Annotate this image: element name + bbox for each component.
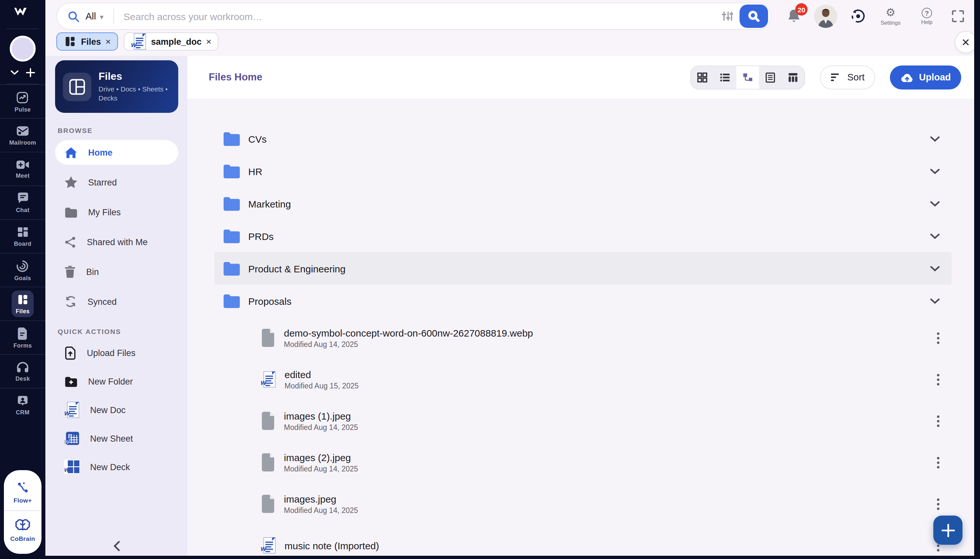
expand-chevron-icon[interactable]	[930, 201, 940, 207]
quick-action-item[interactable]: Upload Files	[55, 341, 178, 364]
folder-icon	[223, 229, 240, 243]
folder-row[interactable]: CVs	[214, 122, 952, 155]
help-label: Help	[921, 18, 933, 25]
file-row[interactable]: images (1).jpeg Modified Aug 14, 2025	[214, 400, 952, 442]
rail-item[interactable]: Files	[0, 287, 45, 320]
search-input[interactable]: Search across your workroom…	[124, 11, 721, 22]
folder-row[interactable]: Proposals	[214, 285, 952, 317]
file-row[interactable]: w edited Modified Aug 15, 2025	[214, 359, 952, 400]
folder-row[interactable]: PRDs	[214, 220, 952, 252]
rail-item[interactable]: Chat	[0, 185, 45, 219]
files-app-card[interactable]: Files Drive • Docs • Sheets • Decks	[55, 60, 178, 113]
files-sidebar: Files Drive • Docs • Sheets • Decks BROW…	[45, 56, 187, 559]
view-mode-button[interactable]	[782, 66, 805, 89]
sidebar-item[interactable]: My Files	[55, 200, 178, 224]
folder-icon	[223, 294, 240, 308]
search-scope-dropdown[interactable]: All	[86, 10, 103, 22]
files-icon	[16, 293, 29, 306]
sidebar-item[interactable]: Synced	[55, 289, 178, 314]
user-avatar[interactable]	[814, 5, 837, 28]
close-icon[interactable]	[106, 37, 111, 46]
expand-chevron-icon[interactable]	[930, 233, 940, 239]
question-icon	[922, 7, 932, 18]
files-app-icon	[63, 72, 91, 101]
sidebar-item[interactable]: Bin	[55, 260, 178, 284]
upload-button[interactable]: Upload	[890, 65, 961, 89]
expand-chevron-icon[interactable]	[930, 298, 940, 304]
file-row[interactable]: demo-symbol-concept-word-on-600nw-262708…	[214, 317, 952, 359]
rail-item[interactable]: Board	[0, 219, 45, 253]
more-options-icon[interactable]	[937, 415, 940, 427]
sort-icon	[831, 73, 841, 82]
grid-view-icon	[696, 71, 709, 83]
close-icon[interactable]	[206, 37, 211, 46]
list-view-icon	[719, 71, 731, 83]
page-title: Files Home	[209, 71, 262, 83]
generic-file-icon	[261, 453, 276, 471]
rail-item[interactable]: CRM	[0, 388, 45, 422]
expand-chevron-icon[interactable]	[930, 136, 940, 142]
quick-action-item[interactable]: w New Deck	[55, 455, 178, 479]
sidebar-item[interactable]: Starred	[55, 170, 178, 195]
search-filters-icon[interactable]	[721, 10, 733, 22]
quick-action-item[interactable]: w New Doc	[55, 398, 178, 422]
rail-item[interactable]: Meet	[0, 152, 45, 185]
rail-bottom-pill: Flow+ CoBrain	[4, 470, 41, 554]
folder-row[interactable]: HR	[214, 155, 952, 187]
rail-item[interactable]: Pulse	[0, 84, 45, 118]
folder-icon	[223, 132, 240, 146]
tab[interactable]: w sample_doc	[124, 32, 218, 51]
more-options-icon[interactable]	[937, 332, 940, 344]
forms-icon	[16, 326, 29, 340]
expand-chevron-icon[interactable]	[930, 266, 940, 271]
notifications-button[interactable]: 20	[787, 8, 801, 24]
more-options-icon[interactable]	[937, 373, 940, 385]
folder-row[interactable]: Marketing	[214, 187, 952, 220]
sync-icon	[64, 295, 77, 308]
quick-action-item[interactable]: New Folder	[55, 370, 178, 393]
new-folder-icon	[64, 376, 78, 387]
collapse-sidebar-icon[interactable]	[111, 538, 122, 554]
help-button[interactable]: Help	[915, 7, 939, 25]
trash-icon	[64, 265, 76, 278]
generic-file-icon	[261, 412, 276, 430]
view-mode-button[interactable]	[759, 66, 782, 89]
file-row[interactable]: w music note (Imported)	[214, 524, 952, 559]
sidebar-item[interactable]: Home	[55, 140, 178, 165]
search-submit-button[interactable]	[739, 5, 768, 28]
rail-pill-item[interactable]: Flow+	[4, 478, 41, 506]
rail-item[interactable]: Mailroom	[0, 118, 45, 152]
rail-item[interactable]: Desk	[0, 354, 45, 388]
view-mode-button[interactable]	[737, 66, 759, 89]
more-options-icon[interactable]	[937, 456, 940, 468]
screen-edge	[974, 0, 980, 559]
create-new-button[interactable]	[933, 516, 962, 545]
topbar: All Search across your workroom… 20	[45, 0, 980, 32]
rail-item[interactable]: Goals	[0, 253, 45, 287]
workspace-avatar[interactable]	[10, 36, 36, 61]
add-workspace-icon[interactable]	[26, 68, 35, 77]
view-mode-button[interactable]	[691, 66, 714, 89]
sort-button[interactable]: Sort	[820, 65, 875, 89]
doclist-view-icon	[764, 71, 777, 83]
sheet-icon: w	[64, 431, 80, 445]
more-options-icon[interactable]	[937, 498, 940, 510]
file-row[interactable]: images (2).jpeg Modified Aug 14, 2025	[214, 442, 952, 483]
global-search[interactable]: All Search across your workroom…	[56, 3, 771, 30]
rail-item[interactable]: Forms	[0, 320, 45, 354]
close-view-button[interactable]: ✕	[955, 31, 977, 53]
workspace-switch-chevron-icon[interactable]	[10, 70, 19, 75]
rail-pill-item[interactable]: CoBrain	[4, 510, 41, 545]
folder-row[interactable]: Product & Engineering	[214, 252, 952, 285]
sidebar-item[interactable]: Shared with Me	[55, 230, 178, 254]
history-icon[interactable]	[850, 8, 866, 24]
quick-action-item[interactable]: w New Sheet	[55, 427, 178, 450]
files-card-title: Files	[99, 71, 175, 83]
file-row[interactable]: images.jpeg Modified Aug 14, 2025	[214, 483, 952, 524]
tab[interactable]: Files	[56, 32, 118, 51]
doc-icon: w	[131, 33, 147, 50]
settings-button[interactable]: Settings	[879, 7, 902, 26]
fullscreen-icon[interactable]	[952, 10, 964, 23]
expand-chevron-icon[interactable]	[930, 168, 940, 174]
view-mode-button[interactable]	[714, 66, 737, 89]
